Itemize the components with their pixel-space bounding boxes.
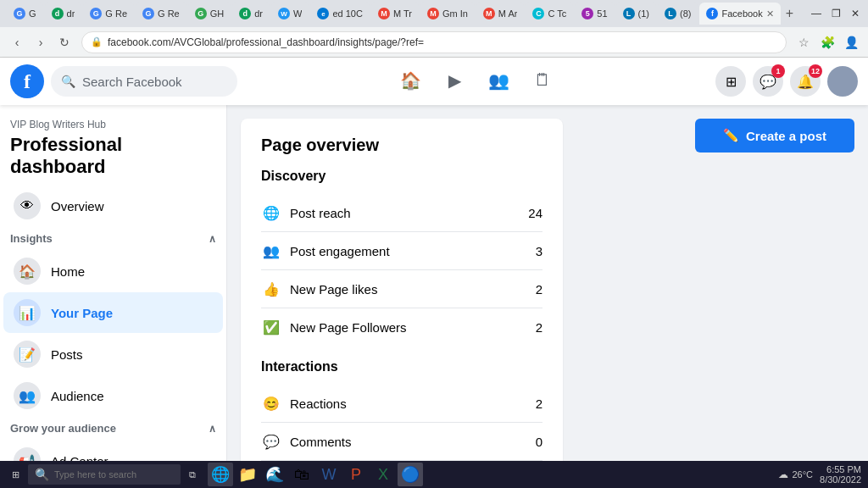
nav-home-button[interactable]: 🏠	[390, 61, 431, 102]
facebook-logo: f	[10, 64, 44, 98]
comments-icon: 💬	[261, 431, 281, 452]
sidebar-item-your-page[interactable]: 📊 Your Page	[3, 292, 223, 333]
extensions-icon[interactable]: 🧩	[817, 32, 837, 53]
tab-dr[interactable]: d dr	[45, 3, 82, 25]
ppt-icon: P	[351, 466, 361, 484]
comments-value: 0	[536, 435, 542, 449]
create-post-button[interactable]: ✏️ Create a post	[695, 119, 854, 152]
nav-gaming-button[interactable]: 🗒	[522, 61, 563, 102]
new-page-followers-label: New Page Followers	[290, 320, 527, 335]
posts-label: Posts	[51, 347, 83, 362]
ad-center-icon: 📢	[14, 447, 41, 461]
url-bar[interactable]: 🔒 facebook.com/AVCGlobal/professional_da…	[81, 31, 787, 53]
search-bar[interactable]: 🔍 Search Facebook	[51, 66, 237, 97]
profile-icon[interactable]: 👤	[841, 32, 861, 53]
forward-button[interactable]: ›	[31, 32, 51, 53]
taskbar-app-icon-2: 📁	[238, 465, 257, 484]
taskbar-start: ⊞ 🔍 ⧉	[7, 463, 201, 486]
post-engagement-icon: 👥	[261, 241, 281, 261]
audience-icon: 👥	[14, 382, 41, 409]
tab-gh[interactable]: G GH	[188, 3, 231, 25]
metric-new-page-likes: 👍 New Page likes 2	[261, 270, 542, 308]
post-engagement-label: Post engagement	[290, 244, 527, 258]
new-page-likes-value: 2	[536, 282, 542, 297]
tab-g1[interactable]: G G	[7, 3, 43, 25]
insights-section-label: Insights ∧	[0, 227, 226, 250]
nav-buttons: ‹ › ↻	[7, 32, 75, 53]
taskbar-app-2[interactable]: 📁	[235, 463, 260, 486]
task-view-button[interactable]: ⧉	[184, 463, 201, 486]
sidebar-item-posts[interactable]: 📝 Posts	[3, 334, 223, 374]
tab-w[interactable]: W W	[271, 3, 309, 25]
taskbar-clock: 6:55 PM 8/30/2022	[820, 464, 861, 485]
taskbar-app-edge[interactable]: 🌊	[262, 463, 287, 486]
home-icon: 🏠	[14, 258, 41, 285]
taskbar-apps: 🌐 📁 🌊 🛍 W P X 🔵	[208, 463, 423, 486]
content-area: Page overview Discovery 🌐 Post reach 24 …	[227, 105, 682, 461]
post-reach-icon: 🌐	[261, 202, 281, 223]
reactions-value: 2	[536, 396, 542, 411]
tab-gm[interactable]: M Gm In	[420, 3, 475, 25]
search-icon: 🔍	[61, 75, 75, 88]
tab-ar[interactable]: M M Ar	[476, 3, 525, 25]
taskbar-app-ppt[interactable]: P	[343, 463, 369, 486]
taskbar-app-word[interactable]: W	[316, 463, 342, 486]
main-layout: VIP Blog Writers Hub Professional dashbo…	[0, 105, 868, 461]
metric-post-engagement: 👥 Post engagement 3	[261, 232, 542, 270]
tab-ed[interactable]: e ed 10C	[310, 3, 369, 25]
taskbar-search-input[interactable]	[54, 469, 174, 480]
new-page-likes-icon: 👍	[261, 279, 281, 299]
new-tab-button[interactable]: +	[782, 6, 797, 21]
apps-grid-button[interactable]: ⊞	[715, 66, 746, 97]
tab-li1[interactable]: L (1)	[616, 3, 656, 25]
taskbar-search-icon: 🔍	[35, 468, 49, 481]
taskbar-app-chrome[interactable]: 🔵	[398, 463, 423, 486]
maximize-button[interactable]: ❐	[830, 8, 843, 19]
back-button[interactable]: ‹	[7, 32, 27, 53]
metric-post-reach: 🌐 Post reach 24	[261, 194, 542, 232]
weather-temp: 26°C	[792, 469, 813, 480]
taskbar-app-1[interactable]: 🌐	[208, 463, 233, 486]
tab-51[interactable]: 5 51	[575, 3, 614, 25]
notifications-badge: 12	[809, 64, 822, 78]
reload-button[interactable]: ↻	[54, 32, 75, 53]
right-panel: ✏️ Create a post	[682, 105, 868, 461]
messenger-button[interactable]: 💬 1	[753, 66, 783, 97]
edge-icon: 🌊	[265, 465, 284, 484]
metric-reactions: 😊 Reactions 2	[261, 385, 542, 423]
interactions-section: Interactions 😊 Reactions 2 💬 Comments 0 …	[261, 359, 542, 461]
sidebar-item-home[interactable]: 🏠 Home	[3, 251, 223, 291]
facebook-header-right: ⊞ 💬 1 🔔 12	[715, 66, 858, 97]
tab-m[interactable]: M M Tr	[371, 3, 419, 25]
window-controls: — ❐ ✕	[810, 8, 861, 19]
taskbar-app-store[interactable]: 🛍	[289, 463, 314, 486]
nav-watch-button[interactable]: ▶	[434, 61, 475, 102]
tab-ctc[interactable]: C C Tc	[526, 3, 573, 25]
notifications-button[interactable]: 🔔 12	[790, 66, 821, 97]
url-text: facebook.com/AVCGlobal/professional_dash…	[108, 36, 424, 48]
sidebar-item-ad-center[interactable]: 📢 Ad Center	[3, 441, 223, 461]
close-button[interactable]: ✕	[849, 8, 861, 19]
sidebar-item-audience[interactable]: 👥 Audience	[3, 375, 223, 416]
taskbar-search[interactable]: 🔍	[28, 464, 181, 485]
tab-facebook[interactable]: f Facebook ✕	[699, 3, 780, 25]
overview-label: Overview	[51, 199, 104, 214]
metric-new-page-followers: ✅ New Page Followers 2	[261, 308, 542, 346]
store-icon: 🛍	[294, 466, 309, 484]
chrome-icon: 🔵	[401, 465, 420, 484]
sidebar-item-overview[interactable]: 👁 Overview	[3, 186, 223, 226]
tab-li2[interactable]: L (8)	[658, 3, 698, 25]
nav-groups-button[interactable]: 👥	[478, 61, 519, 102]
panel-title: Page overview	[261, 136, 542, 155]
user-avatar[interactable]	[827, 66, 858, 97]
new-page-followers-value: 2	[536, 320, 542, 335]
tab-g3[interactable]: G G Re	[136, 3, 186, 25]
minimize-button[interactable]: —	[810, 8, 823, 19]
bookmark-icon[interactable]: ☆	[793, 32, 814, 53]
your-page-label: Your Page	[51, 306, 113, 320]
taskbar-app-excel[interactable]: X	[370, 463, 396, 486]
tab-dr2[interactable]: d dr	[232, 3, 270, 25]
discovery-heading: Discovery	[261, 169, 542, 184]
start-button[interactable]: ⊞	[7, 463, 25, 486]
tab-g2[interactable]: G G Re	[83, 3, 134, 25]
